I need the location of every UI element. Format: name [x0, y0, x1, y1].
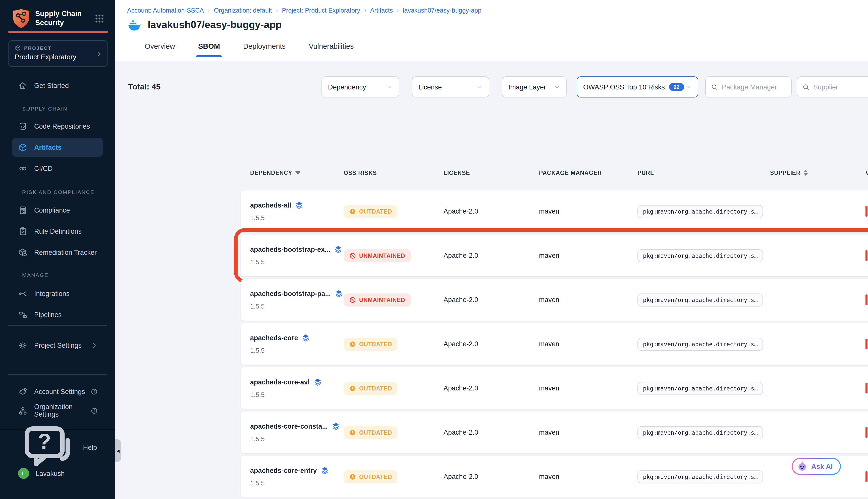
page-header: Account: Automation-SSCA›Organization: d… — [115, 0, 868, 61]
breadcrumb-item[interactable]: Account: Automation-SSCA — [127, 7, 204, 14]
code-repo-icon — [18, 121, 28, 131]
dependency-version: 1.5.5 — [250, 303, 344, 310]
table-row[interactable]: apacheds-core-entry 1.5.5 OUTDATED Apach… — [240, 456, 868, 498]
table-row[interactable]: apacheds-core 1.5.5 OUTDATED Apache-2.0 … — [240, 323, 868, 365]
chevron-right-icon — [96, 50, 102, 57]
package-manager-cell: maven — [539, 385, 637, 392]
sidebar-item-ci-cd[interactable]: CI/CD — [12, 159, 103, 178]
info-icon — [90, 388, 98, 395]
sidebar-collapse-handle[interactable]: ◀ — [115, 439, 121, 462]
tab-bar: OverviewSBOMDeploymentsVulnerabilities — [145, 42, 354, 57]
table-row[interactable]: apacheds-bootstrap-pa... 1.5.5 UNMAINTAI… — [240, 279, 868, 320]
breadcrumb-item[interactable]: Artifacts — [370, 7, 393, 14]
box-wrench-icon — [18, 247, 28, 257]
pipelines-icon — [18, 310, 28, 319]
sidebar-item-code-repositories[interactable]: Code Repositories — [12, 117, 103, 136]
sidebar-item-help[interactable]: Help — [12, 438, 103, 456]
sidebar-item-pipelines[interactable]: Pipelines — [12, 305, 103, 324]
dependency-version: 1.5.5 — [250, 258, 344, 266]
purl-chip[interactable]: pkg:maven/org.apache.directory.s… — [637, 293, 763, 306]
dependency-cell: apacheds-core-consta... 1.5.5 — [250, 422, 344, 443]
purl-cell: pkg:maven/org.apache.directory.s… — [637, 426, 770, 439]
license-cell: Apache-2.0 — [444, 385, 539, 392]
ask-ai-label: Ask AI — [811, 462, 833, 470]
risk-icon — [349, 296, 356, 303]
shield-logo-icon — [12, 8, 30, 28]
purl-cell: pkg:maven/org.apache.directory.s… — [637, 293, 770, 306]
purl-chip[interactable]: pkg:maven/org.apache.directory.s… — [637, 426, 763, 439]
sidebar-item-rule-definitions[interactable]: Rule Definitions — [12, 222, 103, 241]
sidebar-item-remediation-tracker[interactable]: Remediation Tracker — [12, 243, 103, 262]
purl-chip[interactable]: pkg:maven/org.apache.directory.s… — [637, 249, 763, 262]
divider — [8, 374, 107, 375]
license-cell: Apache-2.0 — [444, 208, 539, 215]
docker-icon — [127, 18, 142, 31]
tab-deployments[interactable]: Deployments — [243, 42, 286, 57]
breadcrumb-separator: › — [208, 7, 210, 14]
layers-icon — [334, 245, 343, 254]
purl-chip[interactable]: pkg:maven/org.apache.directory.s… — [637, 382, 763, 395]
tab-overview[interactable]: Overview — [145, 42, 175, 57]
layers-icon — [302, 334, 310, 342]
breadcrumb-item[interactable]: Organization: default — [214, 7, 272, 14]
package-manager-cell: maven — [539, 252, 637, 259]
tab-vulnerabilities[interactable]: Vulnerabilities — [309, 42, 354, 57]
sidebar-item-account-settings[interactable]: Account Settings — [12, 382, 103, 401]
package-manager-cell: maven — [539, 473, 637, 480]
risk-badge: OUTDATED — [344, 382, 398, 395]
purl-chip[interactable]: pkg:maven/org.apache.directory.s… — [637, 470, 763, 483]
nav-label: Project Settings — [34, 341, 82, 349]
purl-cell: pkg:maven/org.apache.directory.s… — [637, 249, 770, 262]
sidebar-item-integrations[interactable]: Integrations — [12, 284, 103, 303]
table-body: apacheds-all 1.5.5 OUTDATED Apache-2.0 m… — [115, 61, 868, 499]
app-logo[interactable]: Supply Chain Security — [12, 8, 108, 28]
vuln-critical-count: C0 — [866, 471, 868, 482]
sidebar-item-get-started[interactable]: Get Started — [12, 76, 103, 95]
nav-label: Integrations — [34, 290, 70, 297]
purl-chip[interactable]: pkg:maven/org.apache.directory.s… — [637, 338, 763, 351]
risk-icon — [349, 252, 356, 259]
table-row[interactable]: apacheds-bootstrap-ex... 1.5.5 UNMAINTAI… — [240, 235, 868, 276]
purl-cell: pkg:maven/org.apache.directory.s… — [637, 338, 770, 351]
dependency-name: apacheds-core — [250, 334, 298, 342]
ask-ai-button[interactable]: Ask AI — [792, 458, 841, 475]
nav-label: Compliance — [34, 206, 70, 214]
license-cell: Apache-2.0 — [444, 296, 539, 304]
breadcrumb: Account: Automation-SSCA›Organization: d… — [127, 7, 482, 14]
dependency-version: 1.5.5 — [250, 479, 344, 487]
sidebar-item-artifacts[interactable]: Artifacts — [12, 138, 103, 157]
breadcrumb-item[interactable]: Project: Product Exploratory — [282, 7, 360, 14]
risk-icon — [349, 340, 356, 348]
vulnerabilities-cell: C0H0M0L0 — [866, 339, 868, 349]
dependency-cell: apacheds-core-avl 1.5.5 — [250, 378, 344, 399]
dependency-version: 1.5.5 — [250, 391, 344, 399]
risk-icon — [349, 208, 356, 215]
dependency-name: apacheds-all — [250, 202, 292, 209]
content: Total: 45 DependencyLicenseImage LayerOW… — [115, 61, 868, 499]
table-row[interactable]: apacheds-all 1.5.5 OUTDATED Apache-2.0 m… — [240, 191, 868, 232]
risk-badge: OUTDATED — [344, 338, 398, 351]
vuln-critical-count: C0 — [866, 427, 868, 438]
help-label: Help — [83, 443, 97, 451]
info-icon — [90, 407, 98, 414]
layers-icon — [313, 378, 322, 387]
sidebar-item-compliance[interactable]: Compliance — [12, 200, 103, 220]
sidebar-item-project-settings[interactable]: Project Settings — [12, 336, 103, 355]
user-menu[interactable]: L Lavakush — [12, 464, 103, 483]
app-title: Supply Chain Security — [35, 9, 88, 27]
purl-chip[interactable]: pkg:maven/org.apache.directory.s… — [637, 205, 763, 218]
accent-divider — [8, 31, 108, 33]
integrations-icon — [18, 289, 28, 298]
project-selector[interactable]: PROJECT Product Exploratory — [8, 40, 108, 67]
package-manager-cell: maven — [539, 296, 637, 304]
table-row[interactable]: apacheds-core-avl 1.5.5 OUTDATED Apache-… — [240, 367, 868, 409]
dependency-cell: apacheds-bootstrap-pa... 1.5.5 — [250, 290, 344, 310]
dependency-name: apacheds-bootstrap-pa... — [250, 290, 331, 297]
dependency-version: 1.5.5 — [250, 435, 344, 443]
breadcrumb-item[interactable]: lavakush07/easy-buggy-app — [403, 7, 482, 14]
nav-label: Rule Definitions — [34, 227, 82, 235]
purl-cell: pkg:maven/org.apache.directory.s… — [637, 205, 770, 218]
tab-sbom[interactable]: SBOM — [198, 42, 220, 57]
table-row[interactable]: apacheds-core-consta... 1.5.5 OUTDATED A… — [240, 412, 868, 453]
module-grid-icon[interactable] — [95, 14, 104, 24]
